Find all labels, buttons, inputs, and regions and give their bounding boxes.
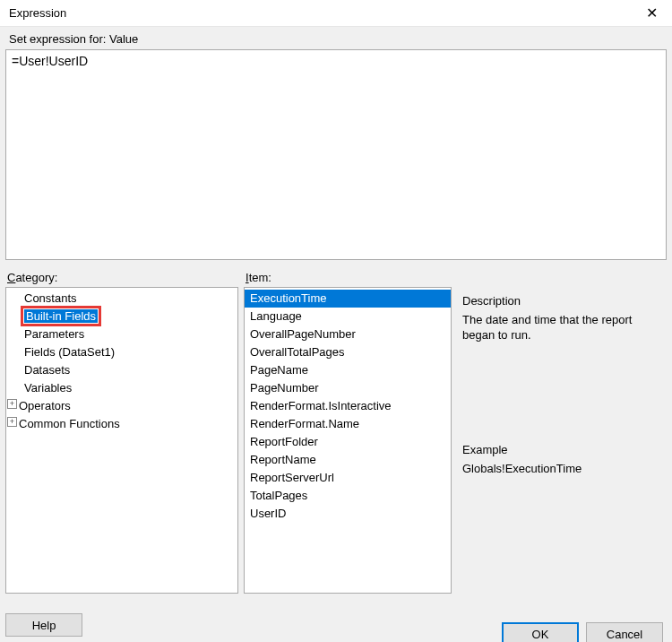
category-tree-item[interactable]: Constants — [6, 290, 237, 308]
list-item[interactable]: ReportFolder — [245, 433, 451, 451]
item-column: Item: ExecutionTimeLanguageOverallPageNu… — [244, 269, 452, 594]
list-item[interactable]: UserID — [245, 505, 451, 523]
category-column: Category: ConstantsBuilt-in FieldsParame… — [5, 269, 238, 594]
list-item[interactable]: ReportServerUrl — [245, 469, 451, 487]
titlebar: Expression ✕ — [0, 0, 672, 27]
close-icon[interactable]: ✕ — [638, 4, 665, 22]
help-button[interactable]: Help — [5, 613, 82, 637]
category-listbox[interactable]: ConstantsBuilt-in FieldsParametersFields… — [5, 287, 238, 594]
tree-item-label: Variables — [24, 381, 72, 395]
tree-item-label: Operators — [19, 399, 71, 412]
info-column: Description The date and time that the r… — [457, 269, 667, 594]
tree-item-label: Built-in Fields — [24, 309, 98, 323]
item-listbox[interactable]: ExecutionTimeLanguageOverallPageNumberOv… — [244, 287, 452, 594]
tree-item-label: Constants — [24, 291, 77, 305]
list-item[interactable]: PageNumber — [245, 379, 451, 397]
category-tree-item[interactable]: Datasets — [6, 361, 237, 379]
category-label: Category: — [5, 269, 238, 287]
category-tree-item[interactable]: Built-in Fields — [6, 308, 237, 325]
example-title: Example — [462, 443, 661, 456]
category-tree-item[interactable]: Variables — [6, 379, 237, 397]
tree-item-label: Common Functions — [19, 417, 120, 430]
list-item[interactable]: TotalPages — [245, 487, 451, 505]
example-body: Globals!ExecutionTime — [462, 462, 661, 477]
list-item[interactable]: OverallPageNumber — [245, 325, 451, 343]
ok-button[interactable]: OK — [502, 622, 579, 642]
button-bar: Help OK Cancel — [5, 594, 667, 637]
tree-item-label: Datasets — [24, 363, 70, 377]
list-item[interactable]: OverallTotalPages — [245, 343, 451, 361]
set-expression-label: Set expression for: Value — [5, 27, 667, 49]
list-item[interactable]: Language — [245, 308, 451, 325]
expand-icon[interactable]: + — [7, 417, 17, 427]
dialog-content: Set expression for: Value =User!UserID C… — [0, 27, 672, 642]
description-title: Description — [462, 294, 661, 308]
middle-panels: Category: ConstantsBuilt-in FieldsParame… — [5, 269, 667, 594]
description-body: The date and time that the report began … — [462, 313, 661, 343]
list-item[interactable]: PageName — [245, 361, 451, 379]
category-tree-item[interactable]: +Operators — [6, 397, 237, 415]
category-tree-item[interactable]: +Common Functions — [6, 415, 237, 433]
window-title: Expression — [9, 6, 66, 20]
example-panel: Example Globals!ExecutionTime — [457, 441, 667, 594]
list-item[interactable]: RenderFormat.IsInteractive — [245, 397, 451, 415]
list-item[interactable]: RenderFormat.Name — [245, 415, 451, 433]
item-label: Item: — [244, 269, 452, 287]
description-panel: Description The date and time that the r… — [457, 292, 667, 436]
category-tree-item[interactable]: Parameters — [6, 325, 237, 343]
expand-icon[interactable]: + — [7, 399, 17, 409]
list-item[interactable]: ExecutionTime — [245, 290, 451, 308]
tree-item-label: Fields (DataSet1) — [24, 345, 115, 359]
expression-input[interactable]: =User!UserID — [5, 49, 667, 260]
tree-item-label: Parameters — [24, 327, 84, 341]
list-item[interactable]: ReportName — [245, 451, 451, 469]
cancel-button[interactable]: Cancel — [586, 622, 663, 642]
category-tree-item[interactable]: Fields (DataSet1) — [6, 343, 237, 361]
